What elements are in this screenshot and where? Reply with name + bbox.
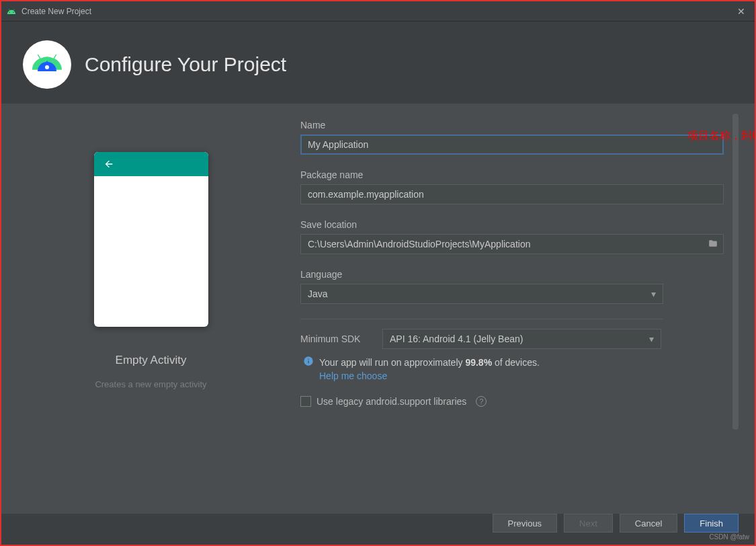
content: Empty Activity Creates a new empty activ… xyxy=(1,104,755,514)
phone-preview xyxy=(94,152,208,327)
annotation-overlay: 项目名称，到时候安装到手机上即时的名称，比如微信这样的名称 xyxy=(687,129,756,143)
help-link[interactable]: Help me choose xyxy=(319,370,540,381)
cancel-button[interactable]: Cancel xyxy=(620,514,677,533)
help-icon[interactable]: ? xyxy=(476,396,487,407)
preview-title: Empty Activity xyxy=(116,354,187,367)
language-select[interactable]: Java ▾ xyxy=(300,284,663,304)
sdk-label: Minimum SDK xyxy=(300,334,374,344)
svg-point-0 xyxy=(45,65,49,69)
preview-pane: Empty Activity Creates a new empty activ… xyxy=(1,104,300,514)
close-icon[interactable]: ✕ xyxy=(733,6,749,17)
info-icon xyxy=(303,356,314,366)
divider xyxy=(300,319,663,319)
finish-button[interactable]: Finish xyxy=(684,514,739,533)
header-logo xyxy=(23,40,71,89)
footer-buttons: Previous Next Cancel Finish xyxy=(493,514,739,533)
language-value: Java xyxy=(308,288,328,299)
titlebar: Create New Project ✕ xyxy=(1,1,755,22)
chevron-down-icon: ▾ xyxy=(649,334,654,344)
name-input[interactable] xyxy=(300,134,724,155)
page-title: Configure Your Project xyxy=(85,53,286,76)
previous-button[interactable]: Previous xyxy=(493,514,558,533)
package-label: Package name xyxy=(300,169,728,180)
back-arrow-icon xyxy=(103,159,114,169)
scrollbar[interactable] xyxy=(732,114,739,430)
legacy-checkbox[interactable] xyxy=(300,396,311,407)
save-location-input[interactable] xyxy=(300,234,724,254)
watermark: CSDN @fatw xyxy=(709,533,749,541)
save-label: Save location xyxy=(300,219,728,230)
legacy-label: Use legacy android.support libraries xyxy=(317,396,466,407)
name-label: Name xyxy=(300,120,728,130)
next-button: Next xyxy=(564,514,613,533)
folder-icon[interactable] xyxy=(708,239,718,251)
android-icon xyxy=(7,7,16,16)
chevron-down-icon: ▾ xyxy=(651,288,656,299)
header: Configure Your Project xyxy=(1,22,755,104)
language-label: Language xyxy=(300,269,728,280)
sdk-value: API 16: Android 4.1 (Jelly Bean) xyxy=(390,334,523,344)
package-input[interactable] xyxy=(300,184,724,204)
phone-appbar xyxy=(94,152,208,176)
preview-subtitle: Creates a new empty activity xyxy=(95,379,206,389)
sdk-select[interactable]: API 16: Android 4.1 (Jelly Bean) ▾ xyxy=(382,329,661,349)
info-text: Your app will run on approximately 99.8%… xyxy=(319,357,540,368)
window-title: Create New Project xyxy=(22,7,91,16)
form-pane: 项目名称，到时候安装到手机上即时的名称，比如微信这样的名称 Name Packa… xyxy=(300,104,755,514)
